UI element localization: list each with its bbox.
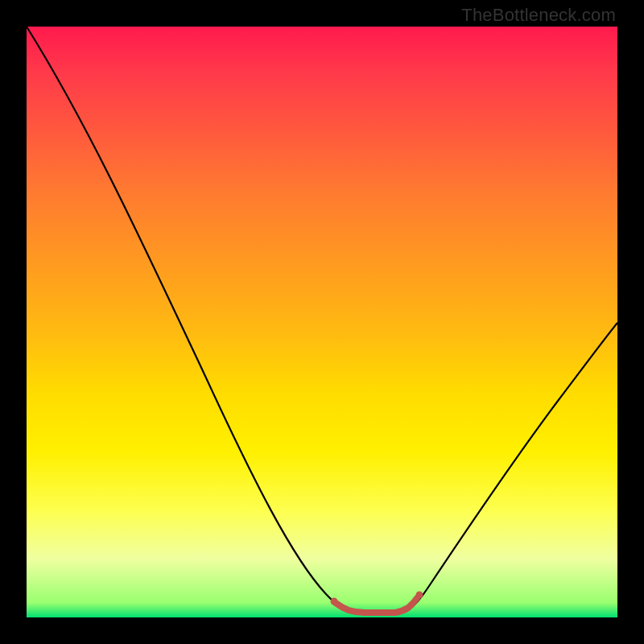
bottleneck-curve-path: [27, 27, 617, 612]
optimal-endpoint-right: [416, 592, 423, 599]
optimal-segment-path: [336, 598, 417, 613]
chart-svg: [27, 27, 617, 617]
watermark-text: TheBottleneck.com: [461, 5, 616, 26]
chart-frame: TheBottleneck.com: [0, 0, 644, 644]
optimal-endpoint-left: [331, 598, 338, 605]
